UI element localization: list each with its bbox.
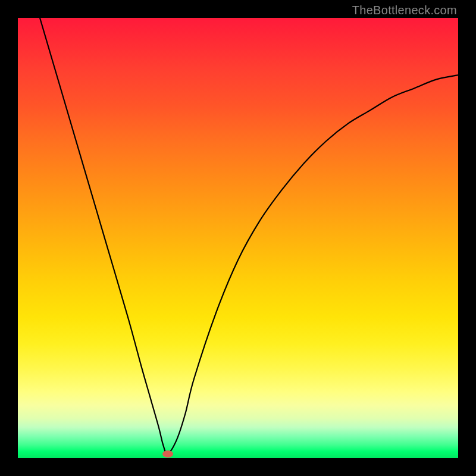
- minimum-marker: [162, 450, 173, 458]
- watermark-text: TheBottleneck.com: [352, 4, 457, 17]
- chart-container: [18, 18, 458, 458]
- bottleneck-curve: [18, 18, 458, 458]
